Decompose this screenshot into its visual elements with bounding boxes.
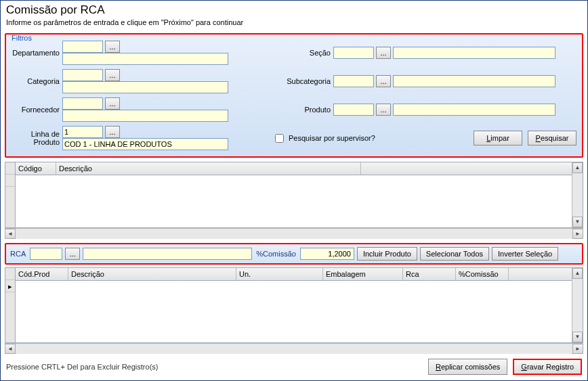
label-rca: RCA: [9, 250, 27, 258]
subcategoria-desc-input[interactable]: [393, 75, 555, 87]
grid2-col-rca[interactable]: Rca: [403, 268, 456, 280]
label-secao: Seção: [271, 39, 332, 67]
rca-code-input[interactable]: [30, 248, 62, 260]
scroll-down-icon[interactable]: ▼: [572, 332, 583, 342]
pesquisar-button[interactable]: Pesquisar: [528, 131, 576, 145]
rca-lookup-button[interactable]: ...: [65, 248, 80, 260]
scroll-up-icon[interactable]: ▲: [572, 162, 583, 173]
linha-lookup-button[interactable]: ...: [105, 126, 120, 138]
supervisor-checkbox[interactable]: [275, 134, 284, 143]
categoria-code-input[interactable]: [62, 69, 103, 81]
filters-group: Filtros Departamento ... Seção ... Categ…: [5, 33, 583, 158]
linha-code-input[interactable]: [62, 126, 103, 138]
scroll-right-icon[interactable]: ►: [572, 344, 583, 354]
inverter-selecao-button[interactable]: Inverter Seleção: [492, 247, 558, 261]
departamento-code-input[interactable]: [62, 41, 103, 53]
categoria-desc-input[interactable]: [62, 81, 228, 93]
linha-desc-input[interactable]: [62, 138, 228, 150]
fornecedor-code-input[interactable]: [62, 97, 103, 110]
filters-legend: Filtros: [10, 34, 33, 42]
label-fornecedor: Fornecedor: [10, 95, 61, 124]
categoria-lookup-button[interactable]: ...: [105, 69, 120, 81]
grid1-col-descricao[interactable]: Descrição: [56, 162, 361, 175]
comissao-input[interactable]: [300, 248, 354, 260]
grid2-header: Cód.Prod Descrição Un. Embalagem Rca %Co…: [16, 268, 572, 281]
grid1-vscroll[interactable]: ▲ ▼: [572, 162, 583, 227]
scroll-right-icon[interactable]: ►: [572, 229, 583, 239]
replicar-comissoes-button[interactable]: Replicar comissões: [428, 359, 507, 375]
incluir-produto-button[interactable]: Incluir Produto: [357, 247, 417, 261]
grid1-header: Código Descrição: [16, 162, 572, 175]
departamento-lookup-button[interactable]: ...: [105, 41, 120, 53]
grid-produtos: ▸ Cód.Prod Descrição Un. Embalagem Rca %…: [5, 267, 583, 343]
label-categoria: Categoria: [10, 67, 61, 95]
grid2-col-un[interactable]: Un.: [236, 268, 323, 280]
rca-desc-input[interactable]: [83, 248, 252, 260]
grid1-col-codigo[interactable]: Código: [16, 162, 56, 175]
gravar-registro-button[interactable]: Gravar Registro: [513, 359, 582, 375]
grid-results: Código Descrição ▲ ▼: [5, 162, 583, 228]
secao-code-input[interactable]: [333, 47, 374, 59]
produto-lookup-button[interactable]: ...: [376, 104, 391, 116]
scroll-up-icon[interactable]: ▲: [572, 268, 583, 279]
scroll-left-icon[interactable]: ◄: [5, 229, 16, 239]
produto-desc-input[interactable]: [393, 104, 555, 116]
grid2-body[interactable]: [16, 281, 572, 332]
label-subcategoria: Subcategoria: [271, 67, 332, 95]
subcategoria-lookup-button[interactable]: ...: [376, 75, 391, 87]
scroll-down-icon[interactable]: ▼: [572, 217, 583, 227]
secao-desc-input[interactable]: [393, 47, 555, 59]
grid1-hscroll[interactable]: ◄ ►: [5, 228, 583, 239]
grid2-indicator-col: ▸: [5, 268, 16, 342]
selecionar-todos-button[interactable]: Selecionar Todos: [420, 247, 489, 261]
scroll-left-icon[interactable]: ◄: [5, 344, 16, 354]
label-produto: Produto: [271, 95, 332, 124]
grid2-col-comissao[interactable]: %Comissão: [456, 268, 509, 280]
page-header: Comissão por RCA Informe os parâmetros d…: [1, 1, 587, 28]
footer-hint: Pressione CRTL+ Del para Excluir Registr…: [6, 363, 423, 371]
fornecedor-lookup-button[interactable]: ...: [105, 97, 120, 110]
grid2-col-embalagem[interactable]: Embalagem: [323, 268, 403, 280]
row-indicator-icon: ▸: [5, 280, 15, 292]
fornecedor-desc-input[interactable]: [62, 110, 228, 122]
page-title: Comissão por RCA: [6, 3, 582, 17]
label-departamento: Departamento: [10, 39, 61, 67]
limpar-button[interactable]: Limpar: [474, 131, 522, 145]
grid2-col-descricao[interactable]: Descrição: [68, 268, 236, 280]
grid1-indicator-col: [5, 162, 16, 227]
grid2-hscroll[interactable]: ◄ ►: [5, 343, 583, 354]
label-comissao: %Comissão: [255, 250, 297, 258]
grid2-col-codprod[interactable]: Cód.Prod: [16, 268, 68, 280]
subcategoria-code-input[interactable]: [333, 75, 374, 87]
label-linha-produto: Linha de Produto: [10, 124, 61, 152]
secao-lookup-button[interactable]: ...: [376, 47, 391, 59]
departamento-desc-input[interactable]: [62, 53, 228, 65]
grid1-body[interactable]: [16, 175, 572, 217]
page-subtitle: Informe os parâmetros de entrada e cliqu…: [6, 18, 582, 26]
rca-action-bar: RCA ... %Comissão Incluir Produto Seleci…: [5, 243, 583, 265]
supervisor-checkbox-label[interactable]: Pesquisar por supervisor?: [272, 132, 375, 145]
produto-code-input[interactable]: [333, 104, 374, 116]
footer-bar: Pressione CRTL+ Del para Excluir Registr…: [6, 359, 582, 375]
grid2-vscroll[interactable]: ▲ ▼: [572, 268, 583, 342]
